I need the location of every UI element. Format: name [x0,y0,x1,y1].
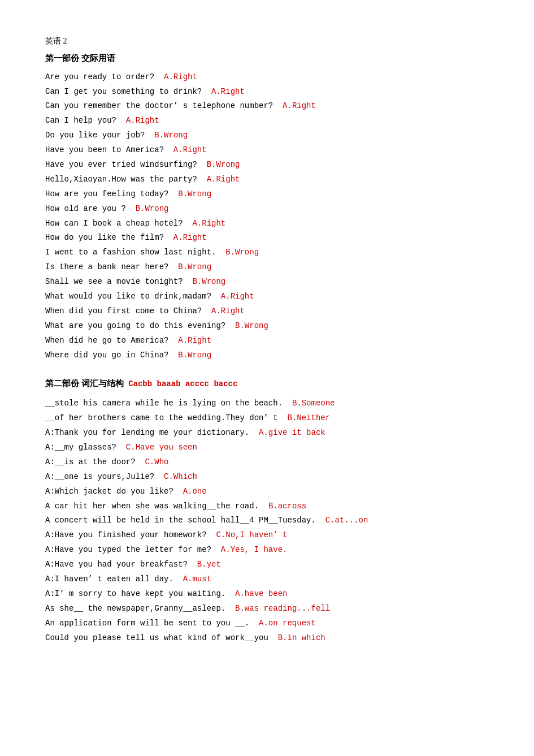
list-item: Have you been to America? A.Right [45,143,489,158]
list-item: Are you ready to order? A.Right [45,70,489,85]
list-item: How are you feeling today? B.Wrong [45,187,489,202]
list-item: When did he go to America? A.Right [45,334,489,348]
section1-items: Are you ready to order? A.RightCan I get… [45,70,489,363]
list-item: A:Which jacket do you like? A.one [45,485,489,499]
list-item: Could you please tell us what kind of wo… [45,631,489,646]
list-item: An application form will be sent to you … [45,616,489,631]
list-item: A:__is at the door? C.Who [45,455,489,470]
section2-heading: 第二部份 词汇与结构 Cacbb baaab acccc baccc [45,376,489,392]
list-item: Shall we see a movie tonight? B.Wrong [45,275,489,290]
list-item: How old are you ? B.Wrong [45,202,489,217]
list-item: When did you first come to China? A.Righ… [45,304,489,319]
list-item: Where did you go in China? B.Wrong [45,348,489,363]
list-item: A:__one is yours,Julie? C.Which [45,470,489,485]
list-item: A:I’ m sorry to have kept you waiting. A… [45,587,489,602]
list-item: A:I haven’ t eaten all day. A.must [45,572,489,587]
list-item: As she__ the newspaper,Granny__asleep. B… [45,602,489,616]
list-item: __of her brothers came to the wedding.Th… [45,411,489,426]
list-item: What would you like to drink,madam? A.Ri… [45,290,489,304]
list-item: A:Have you had your breakfast? B.yet [45,558,489,572]
list-item: I went to a fashion show last night. B.W… [45,245,489,260]
list-item: Have you ever tried windsurfing? B.Wrong [45,158,489,172]
list-item: A:__my glasses? C.Have you seen [45,440,489,455]
list-item: Can I get you something to drink? A.Righ… [45,85,489,100]
page-title: 英语 2 [45,34,489,49]
list-item: A:Have you finished your homework? C.No,… [45,528,489,543]
list-item: A car hit her when she was walking__the … [45,499,489,514]
list-item: __stole his camera while he is lying on … [45,396,489,411]
section2-items: __stole his camera while he is lying on … [45,396,489,645]
list-item: Can you remember the doctor’ s telephone… [45,99,489,114]
list-item: A:Thank you for lending me your dictiona… [45,426,489,440]
list-item: A concert will be held in the school hal… [45,513,489,528]
list-item: Do you like your job? B.Wrong [45,128,489,143]
list-item: Hello,Xiaoyan.How was the party? A.Right [45,172,489,187]
list-item: How can I book a cheap hotel? A.Right [45,217,489,231]
section1-heading: 第一部份 交际用语 [45,51,489,67]
list-item: A:Have you typed the letter for me? A.Ye… [45,543,489,558]
list-item: How do you like the film? A.Right [45,231,489,245]
list-item: Is there a bank near here? B.Wrong [45,260,489,275]
list-item: Can I help you? A.Right [45,114,489,128]
list-item: What are you going to do this evening? B… [45,319,489,334]
